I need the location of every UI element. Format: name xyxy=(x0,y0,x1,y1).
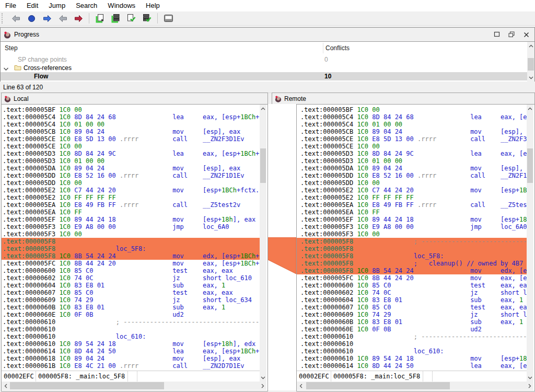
scrollbar-thumb[interactable] xyxy=(306,382,450,389)
disasm-line[interactable]: .text:0000061B 1C0 E8 4C 21 00 .rrrr cal… xyxy=(2,362,260,370)
disasm-line[interactable]: .text:000005EA 1C0 E8 49 FB FF .rrrr cal… xyxy=(297,201,527,209)
scroll-up-icon[interactable] xyxy=(527,42,534,50)
disasm-line[interactable]: .text:000005C4 1C0 01 00 00 xyxy=(297,121,527,128)
progress-row-flow[interactable]: Flow10 xyxy=(1,72,527,80)
disasm-line[interactable]: .text:00000602 1C0 74 0C jz short lo xyxy=(297,289,527,296)
restore-button[interactable] xyxy=(504,28,519,41)
disasm-line[interactable]: .text:000005C4 1C0 8D 84 24 68 lea eax, … xyxy=(297,113,527,121)
menu-item-help[interactable]: Help xyxy=(141,0,165,11)
remote-vscrollbar[interactable] xyxy=(527,105,533,382)
nav-forward-blue-icon[interactable] xyxy=(40,13,54,24)
disasm-line[interactable]: .text:00000614 1C0 8D 44 24 50 lea eax, … xyxy=(297,362,527,370)
chevron-down-icon[interactable] xyxy=(3,65,9,73)
disasm-line[interactable]: .text:000005D3 1C0 01 00 00 xyxy=(2,157,260,165)
disasm-line[interactable]: .text:000005DA 1C0 89 04 24 mov [esp], e xyxy=(297,165,527,172)
disasm-line[interactable]: .text:00000610 1C0 89 54 24 18 mov [esp+… xyxy=(2,340,260,348)
disasm-line[interactable]: .text:000005EA 1C0 E8 49 FB FF .rrrr cal… xyxy=(2,201,260,209)
disasm-line[interactable]: .text:000005DD 1C0 E8 52 16 00 .rrrr cal… xyxy=(297,172,527,179)
db-green-icon[interactable] xyxy=(109,13,122,24)
disasm-line[interactable]: .text:000005E2 1C0 FF FF FF FF xyxy=(297,194,527,201)
disasm-line[interactable]: .text:00000604 1C0 83 E8 01 sub eax, 1 xyxy=(297,296,527,304)
scrollbar-thumb[interactable] xyxy=(527,148,533,183)
progress-scrollbar[interactable] xyxy=(527,42,534,82)
disasm-line[interactable]: .text:000005EA 1C0 FF xyxy=(2,209,260,216)
scroll-down-icon[interactable] xyxy=(527,74,534,82)
disasm-line[interactable]: .text:000005D3 1C0 01 00 00 xyxy=(297,157,527,165)
scroll-up-icon[interactable] xyxy=(260,105,266,112)
menu-item-windows[interactable]: Windows xyxy=(102,0,141,11)
menu-item-edit[interactable]: Edit xyxy=(21,0,43,11)
db-check-icon[interactable] xyxy=(140,13,154,24)
local-code-view[interactable]: .text:000005BF 1C0 00.text:000005C4 1C0 … xyxy=(2,106,260,371)
disasm-line[interactable]: .text:000005DD 1C0 E8 52 16 00 .rrrr cal… xyxy=(2,172,260,179)
disasm-line[interactable]: .text:000005C4 1C0 8D 84 24 68 lea eax, … xyxy=(2,113,260,121)
remote-hscrollbar[interactable] xyxy=(297,382,533,390)
disasm-line[interactable]: .text:000005FC 1C0 8B 44 24 20 mov eax, … xyxy=(297,274,527,282)
disasm-line[interactable]: .text:00000604 1C0 83 E8 01 sub eax, 1 xyxy=(2,282,260,289)
disasm-line[interactable]: .text:000005D3 1C0 8D 84 24 9C lea eax, … xyxy=(2,150,260,157)
menu-item-file[interactable]: File xyxy=(0,0,21,11)
disasm-line[interactable]: .text:00000607 1C0 85 C0 test eax, eax xyxy=(297,304,527,311)
disasm-line[interactable]: .text:000005CB 1C0 89 04 24 mov [esp], e xyxy=(297,128,527,135)
disasm-line[interactable]: .text:000005DA 1C0 89 04 24 mov [esp], e… xyxy=(2,165,260,172)
disasm-line[interactable]: .text:000005FC 1C0 8B 44 24 20 mov eax, … xyxy=(2,260,260,267)
column-header-conflicts[interactable]: Conflicts xyxy=(325,44,350,52)
doc-green-icon[interactable] xyxy=(93,13,107,24)
progress-row-cross-references[interactable]: Cross-references xyxy=(1,64,527,72)
remote-code-view[interactable]: .text:000005BF 1C0 00.text:000005C4 1C0 … xyxy=(297,106,527,371)
scroll-up-icon[interactable] xyxy=(527,105,533,112)
scroll-down-icon[interactable] xyxy=(527,374,533,382)
disasm-line[interactable]: .text:000005E2 1C0 FF FF FF FF xyxy=(2,194,260,201)
disasm-line[interactable]: .text:000005F8 xyxy=(2,238,260,245)
disasm-line[interactable]: .text:000005DD 1C0 00 xyxy=(297,179,527,187)
disasm-line[interactable]: .text:00000610 loc_610: xyxy=(297,348,527,355)
scrollbar-thumb[interactable] xyxy=(528,58,534,71)
disasm-line[interactable]: .text:000005EF 1C0 89 44 24 18 mov [esp+… xyxy=(2,216,260,223)
disasm-line[interactable]: .text:000005D3 1C0 8D 84 24 9C lea eax, … xyxy=(297,150,527,157)
local-vscrollbar[interactable] xyxy=(260,105,266,382)
nav-back-gray-icon[interactable] xyxy=(9,13,22,24)
disasm-line[interactable]: .text:00000600 1C0 85 C0 test eax, eax xyxy=(2,267,260,274)
toolbar-drag-handle[interactable] xyxy=(2,13,6,24)
disasm-line[interactable]: .text:000005F8 loc_5F8: xyxy=(297,252,527,260)
close-button[interactable] xyxy=(519,28,533,41)
column-header-step[interactable]: Step xyxy=(5,44,18,52)
local-hscrollbar[interactable] xyxy=(2,382,266,390)
scroll-left-icon[interactable] xyxy=(2,382,9,390)
monitor-icon[interactable] xyxy=(161,13,175,24)
disasm-line[interactable]: .text:00000610 1C0 89 54 24 18 mov [esp+… xyxy=(297,355,527,362)
disasm-line[interactable]: .text:000005E2 1C0 C7 44 24 20 mov [esp+… xyxy=(297,187,527,194)
disasm-line[interactable]: .text:00000600 1C0 85 C0 test eax, eax xyxy=(297,282,527,289)
disasm-line[interactable]: .text:000005F8 ; cleanup() // owned by 4… xyxy=(297,260,527,267)
disasm-line[interactable]: .text:000005BF 1C0 00 xyxy=(297,106,527,113)
disasm-line[interactable]: .text:00000610 loc_610: xyxy=(2,333,260,340)
remote-pane-header[interactable]: Remote xyxy=(272,93,535,105)
scrollbar-thumb[interactable] xyxy=(260,148,266,183)
disasm-line[interactable]: .text:00000610 xyxy=(2,326,260,333)
disasm-line[interactable]: .text:000005F8 1C0 8B 54 24 24 mov edx, … xyxy=(2,252,260,260)
menu-item-search[interactable]: Search xyxy=(71,0,102,11)
disasm-line[interactable]: .text:00000614 1C0 8D 44 24 50 lea eax, … xyxy=(2,348,260,355)
disasm-line[interactable]: .text:00000610 ; -----------------------… xyxy=(297,333,527,340)
disasm-line[interactable]: .text:000005F3 1C0 E9 A8 00 00 jmp loc_6… xyxy=(297,223,527,230)
disasm-line[interactable]: .text:000005C4 1C0 01 00 00 xyxy=(2,121,260,128)
scroll-down-icon[interactable] xyxy=(260,374,266,382)
doc-check-icon[interactable] xyxy=(124,13,138,24)
disasm-line[interactable]: .text:000005F8 xyxy=(297,245,527,252)
stop-circle-blue-icon[interactable] xyxy=(25,13,38,24)
disasm-line[interactable]: .text:000005EF 1C0 89 44 24 18 mov [esp+… xyxy=(297,216,527,223)
disasm-line[interactable]: .text:000005DD 1C0 00 xyxy=(2,179,260,187)
disasm-line[interactable]: .text:00000607 1C0 85 C0 test eax, eax xyxy=(2,289,260,296)
disasm-line[interactable]: .text:000005BF 1C0 00 xyxy=(2,106,260,113)
disasm-line[interactable]: .text:00000609 1C0 74 29 jz short lo xyxy=(297,311,527,318)
scrollbar-thumb[interactable] xyxy=(10,382,164,389)
disasm-line[interactable]: .text:000005F8 ; -----------------------… xyxy=(297,238,527,245)
scroll-left-icon[interactable] xyxy=(297,382,305,390)
disasm-line[interactable]: .text:000005CB 1C0 89 04 24 mov [esp], e… xyxy=(2,128,260,135)
disasm-line[interactable]: .text:000005CE 1C0 E8 5D 13 00 .rrrr cal… xyxy=(297,135,527,143)
scroll-right-icon[interactable] xyxy=(526,382,533,390)
disasm-line[interactable]: .text:000005F8 1C0 8B 54 24 24 mov edx, … xyxy=(297,267,527,274)
disasm-line[interactable]: .text:000005F3 1C0 00 xyxy=(297,230,527,238)
disasm-line[interactable]: .text:000005CE 1C0 00 xyxy=(297,143,527,150)
nav-forward-red-icon[interactable] xyxy=(72,13,85,24)
